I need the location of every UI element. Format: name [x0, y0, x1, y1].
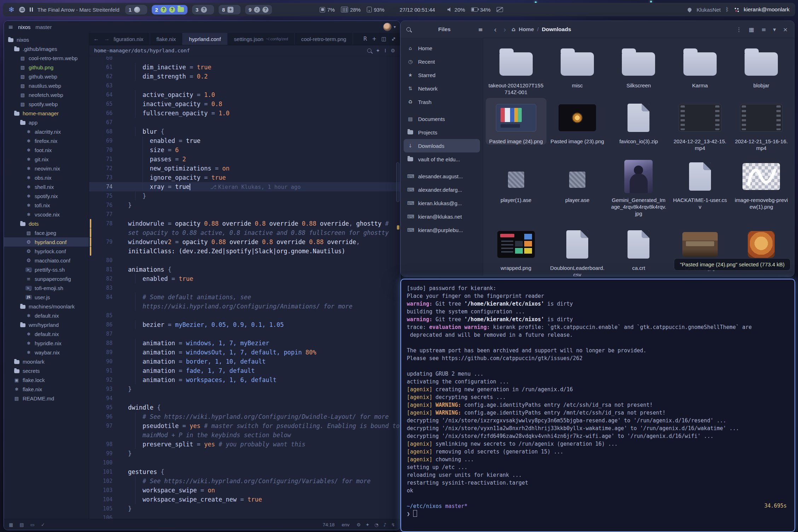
code-row[interactable]: 99} [89, 449, 400, 458]
code-wrap-row[interactable]: initialClass: (dev.zed.Zed|spotify|Slack… [89, 247, 400, 256]
tree-item-nixos[interactable]: nixos [4, 35, 89, 44]
tree-item-macchiato-conf[interactable]: macchiato.conf [4, 256, 89, 265]
editor-scrollbar[interactable] [397, 56, 399, 519]
file-item-image-removebg-preview-1-png[interactable]: image-removebg-preview(1).png [731, 157, 792, 210]
tree-item-face-jpeg[interactable]: face.jpeg [4, 228, 89, 237]
code-row[interactable]: 86 bezier = myBezier, 0.05, 0.9, 0.1, 1.… [89, 320, 400, 329]
sidebar-item-documents[interactable]: ▤Documents [404, 112, 480, 126]
code-row[interactable]: 92 animation = workspaces, 1, 6, default [89, 375, 400, 384]
forward-icon[interactable]: → [104, 36, 110, 42]
split-pane-icon[interactable]: ◫ [381, 36, 386, 42]
forward-icon[interactable]: › [504, 25, 506, 34]
project-panel-icon[interactable]: ▦ [9, 522, 13, 527]
spotify-icon[interactable] [19, 7, 25, 13]
text-cursor-icon[interactable]: I [384, 48, 386, 53]
code-row[interactable]: 105} [89, 504, 400, 513]
wifi-icon[interactable] [687, 7, 693, 12]
tree-item-default-nix[interactable]: default.nix [4, 311, 89, 320]
terminal-panel-icon[interactable]: ▭ [30, 522, 35, 527]
tree-item-obs-nix[interactable]: obs.nix [4, 173, 89, 182]
tree-item-machines-moonlark[interactable]: machines/moonlark [4, 302, 89, 311]
disk-stat[interactable]: 93% [367, 7, 384, 13]
close-icon[interactable]: × [783, 26, 788, 33]
nixos-logo-icon[interactable]: ❄ [8, 5, 15, 14]
sidebar-item-starred[interactable]: ★Starred [404, 68, 480, 82]
menu-kebab-icon[interactable]: ⋮ [736, 26, 742, 33]
code-row[interactable]: 67 [89, 118, 400, 127]
tree-item-neofetch-webp[interactable]: neofetch.webp [4, 90, 89, 99]
file-item-player-ase[interactable]: player.ase [547, 157, 608, 203]
tree-item-github-png[interactable]: github.png [4, 63, 89, 72]
project-name[interactable]: nixos [18, 24, 30, 30]
now-playing[interactable]: The Final Arrow - Marc Streitenfeld [37, 7, 120, 13]
code-row[interactable]: 80 [89, 256, 400, 265]
avatar[interactable] [383, 23, 392, 31]
tree-item-user-js[interactable]: user.js [4, 293, 89, 302]
files-header-bar[interactable]: Files ≡ ‹ › ⌂ Home / Downloads ⋮▦≡▾× [401, 21, 794, 38]
breadcrumb[interactable]: home-manager/dots/hyprland.conf [94, 48, 190, 53]
file-item-favicon-io-3-zip[interactable]: favicon_io(3).zip [608, 98, 669, 145]
tab-configuration-nix[interactable]: configuration.nix [114, 33, 150, 45]
search-icon[interactable] [406, 27, 411, 31]
sidebar-item-downloads[interactable]: ↓Downloads [404, 139, 480, 152]
tree-item-cool-retro-term-webp[interactable]: cool-retro-term.webp [4, 53, 89, 63]
scrollbar-thumb[interactable] [396, 162, 399, 202]
file-item-wrapped-png[interactable]: wrapped.png [486, 225, 547, 271]
bluetooth-icon[interactable]: ᛒ [726, 6, 729, 13]
outline-panel-icon[interactable]: ▤ [19, 522, 24, 527]
clock[interactable]: 27/12 00:51:44 [400, 7, 435, 13]
file-item-silkscreen[interactable]: Silkscreen [608, 42, 669, 89]
sidebar-item-kieran-purplebu[interactable]: ⌨kieran@purplebu... [404, 223, 480, 237]
tree-item-waybar-nix[interactable]: waybar.nix [4, 348, 89, 357]
tree-item-github-webp[interactable]: github.webp [4, 72, 89, 81]
home-icon[interactable]: ⌂ [511, 26, 515, 33]
file-item-player-1-ase[interactable]: player(1).ase [486, 157, 547, 203]
code-row[interactable]: 97 pseudotile = yes # master switch for … [89, 421, 400, 430]
code-row[interactable]: 76} [89, 201, 400, 210]
tree-item-vscode-nix[interactable]: vscode.nix [4, 210, 89, 219]
tab-cool-retro-term-png[interactable]: cool-retro-term.png [295, 33, 353, 45]
code-row[interactable]: 72 new_optimizations = on [89, 164, 400, 173]
tree-item-sunpaperconfig[interactable]: sunpaperconfig [4, 274, 89, 283]
code-row[interactable]: 78windowrule = opacity 0.88 override 0.8… [89, 219, 400, 228]
tab-flake-nix[interactable]: flake.nix [150, 33, 183, 45]
memory-stat[interactable]: 28% [341, 7, 361, 13]
pause-icon[interactable] [30, 7, 33, 12]
code-row[interactable]: 94 [89, 394, 400, 403]
diagnostics-icon[interactable]: ✓ [41, 522, 45, 527]
code-row[interactable]: 87 [89, 329, 400, 339]
code-wrap-row[interactable]: mainMod + P in the keybinds section belo… [89, 430, 400, 440]
tab-settings-json[interactable]: settings.json~/.config/zed [227, 33, 295, 45]
file-item-blobjar[interactable]: blobjar [731, 42, 792, 89]
tree-item-app[interactable]: app [4, 118, 89, 127]
env-indicator[interactable]: env [342, 522, 349, 527]
file-item-takeout-20241207t155714z-001[interactable]: takeout-20241207T155714Z-001 [486, 42, 547, 96]
battery-stat[interactable]: 34% [471, 7, 491, 13]
tree-item-dots[interactable]: dots [4, 219, 89, 228]
sidebar-item-alexander-defarg[interactable]: ⌨alexander.defarg... [404, 183, 480, 196]
path-home[interactable]: Home [519, 26, 534, 33]
code-row[interactable]: 85 [89, 311, 400, 320]
code-editor[interactable]: 6061 dim_inactive = true62 dim_strength … [89, 56, 400, 519]
tree-item-readme-md[interactable]: README.md [4, 394, 89, 403]
path-current[interactable]: Downloads [542, 26, 571, 33]
code-row[interactable]: 96 # See https://wiki.hyprland.org/Confi… [89, 412, 400, 421]
back-icon[interactable]: ‹ [494, 25, 497, 34]
code-row[interactable]: 102 # See https://wiki.hyprland.org/Conf… [89, 476, 400, 486]
code-row[interactable]: 62 dim_strength = 0.2 [89, 72, 400, 81]
file-item-karma[interactable]: Karma [670, 42, 730, 89]
code-wrap-row[interactable]: https://wiki.hyprland.org/Configuring/An… [89, 302, 400, 311]
tab-hyprland-conf[interactable]: hyprland.conf [183, 33, 227, 45]
code-row[interactable]: 106 [89, 513, 400, 519]
sidebar-item-network[interactable]: ⇅Network [404, 82, 480, 95]
code-row[interactable]: 88 animation = windows, 1, 7, myBezier [89, 339, 400, 348]
extensions-icon[interactable]: ↯ [391, 522, 395, 527]
code-row[interactable]: 66 fullscreen_opacity = 1.0 [89, 109, 400, 118]
file-item-gemini-generated-image-4rqv8k4rqv8k4rqv-jpg[interactable]: Gemini_Generated_Image_4rqv8k4rqv8k4rqv.… [608, 157, 669, 217]
code-row[interactable]: 79windowrulev2 = opacity 0.88 override 0… [89, 237, 400, 247]
code-row[interactable]: 60 [89, 56, 400, 63]
terminal-window[interactable]: [sudo] password for kierank:Place your f… [400, 279, 795, 532]
code-row[interactable]: 95dwindle { [89, 403, 400, 412]
code-row[interactable]: 70 size = 6 [89, 145, 400, 155]
editor-controls-icon[interactable]: ⚙ [391, 48, 395, 53]
